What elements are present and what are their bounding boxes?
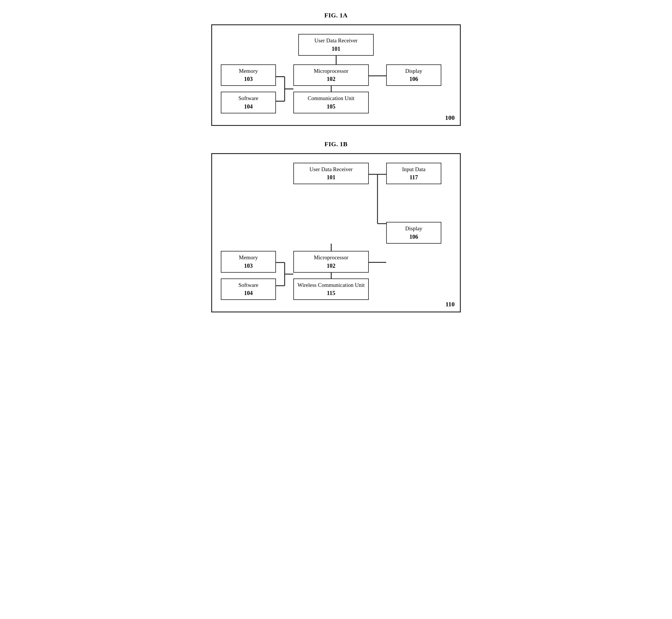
fig1a-title: FIG. 1A	[324, 12, 348, 19]
fig1a-memory-box: Memory 103	[221, 64, 276, 86]
fig1b-software-box: Software 104	[221, 278, 276, 300]
fig1a-container: User Data Receiver 101 Memory 103 Softwa…	[211, 24, 461, 126]
fig1b-wcu-box: Wireless Communication Unit 115	[293, 278, 369, 300]
fig1b-inputdata-box: Input Data 117	[386, 163, 441, 185]
fig1b-label: 110	[446, 300, 455, 308]
fig1a-label: 100	[445, 114, 455, 122]
fig1b-display-box: Display 106	[386, 222, 441, 244]
fig1a-display-box: Display 106	[386, 64, 441, 86]
fig1a-udr-box: User Data Receiver 101	[298, 34, 374, 56]
fig1b-title: FIG. 1B	[324, 140, 347, 148]
fig1a-software-box: Software 104	[221, 92, 276, 114]
fig1a-microprocessor-box: Microprocessor 102	[293, 64, 369, 86]
fig1b-microprocessor-box: Microprocessor 102	[293, 251, 369, 273]
fig1a-communit-box: Communication Unit 105	[293, 92, 369, 114]
fig1b-udr-box: User Data Receiver 101	[293, 163, 369, 185]
fig1b-container: User Data Receiver 101	[211, 153, 461, 313]
fig1b-memory-box: Memory 103	[221, 251, 276, 273]
